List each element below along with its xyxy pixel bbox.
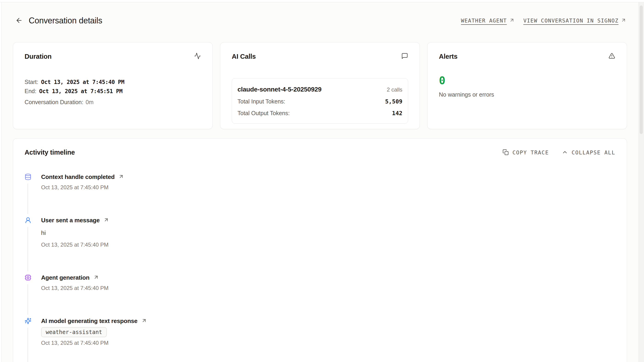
timeline-event-ai-text-response: AI model generating text response weathe… bbox=[24, 318, 615, 346]
conversation-details-page: Conversation details WEATHER AGENT VIEW … bbox=[2, 2, 638, 362]
model-calls-count: 2 calls bbox=[387, 86, 402, 93]
weather-agent-link[interactable]: WEATHER AGENT bbox=[461, 17, 515, 24]
timeline-event-link[interactable]: Agent generation bbox=[41, 274, 615, 281]
timeline-event-link[interactable]: User sent a message bbox=[41, 217, 615, 224]
arrow-left-icon bbox=[16, 17, 23, 25]
sparkles-icon bbox=[24, 318, 32, 324]
end-label: End: bbox=[24, 88, 36, 95]
timeline-connector-line bbox=[28, 227, 28, 271]
alert-triangle-icon bbox=[608, 52, 615, 60]
timeline-event-timestamp: Oct 13, 2025 at 7:45:40 PM bbox=[41, 340, 615, 346]
user-icon bbox=[24, 217, 32, 224]
collapse-all-button[interactable]: COLLAPSE ALL bbox=[562, 149, 615, 156]
timeline-event-timestamp: Oct 13, 2025 at 7:45:40 PM bbox=[41, 242, 615, 248]
activity-pulse-icon bbox=[194, 52, 201, 60]
model-name: claude-sonnet-4-5-20250929 bbox=[238, 86, 322, 93]
page-header: Conversation details WEATHER AGENT VIEW … bbox=[2, 4, 638, 37]
back-button[interactable] bbox=[14, 16, 24, 25]
ai-calls-card: AI Calls claude-sonnet-4-5-20250929 2 ca… bbox=[220, 42, 420, 129]
timeline-connector-line bbox=[28, 183, 28, 214]
timeline-event-link[interactable]: AI model generating text response bbox=[41, 318, 615, 324]
duration-card-title: Duration bbox=[24, 53, 52, 60]
timeline-connector-line bbox=[28, 328, 28, 362]
total-output-tokens-label: Total Output Tokens: bbox=[238, 110, 290, 117]
alerts-count: 0 bbox=[439, 75, 615, 86]
start-label: Start: bbox=[24, 79, 38, 85]
vertical-scrollbar[interactable] bbox=[638, 2, 644, 362]
timeline-event-title: AI model generating text response bbox=[41, 318, 138, 325]
agent-name-badge: weather-assistant bbox=[41, 327, 107, 337]
message-square-icon bbox=[401, 52, 408, 60]
conversation-duration-label: Conversation Duration: bbox=[24, 99, 83, 106]
header-links: WEATHER AGENT VIEW CONVERSATION IN SIGNO… bbox=[461, 17, 626, 24]
alerts-card-title: Alerts bbox=[439, 53, 458, 60]
end-value: Oct 13, 2025 at 7:45:51 PM bbox=[39, 88, 122, 95]
alerts-card: Alerts 0 No warnings or errors bbox=[427, 42, 627, 129]
total-output-tokens-value: 142 bbox=[392, 110, 402, 117]
collapse-all-label: COLLAPSE ALL bbox=[572, 150, 615, 156]
timeline-events: Context handle completed Oct 13, 2025 at… bbox=[24, 174, 615, 346]
copy-trace-button[interactable]: COPY TRACE bbox=[502, 149, 549, 156]
timeline-event-title: User sent a message bbox=[41, 217, 100, 224]
activity-timeline-card: Activity timeline COPY TRACE COLLAPSE AL… bbox=[13, 138, 627, 362]
timeline-event-context-handle: Context handle completed Oct 13, 2025 at… bbox=[24, 174, 615, 191]
timeline-event-link[interactable]: Context handle completed bbox=[41, 174, 615, 180]
timeline-connector-line bbox=[28, 284, 28, 315]
arrow-up-right-icon bbox=[621, 17, 626, 24]
total-input-tokens-label: Total Input Tokens: bbox=[238, 98, 285, 105]
timeline-event-timestamp: Oct 13, 2025 at 7:45:40 PM bbox=[41, 184, 615, 191]
weather-agent-link-label: WEATHER AGENT bbox=[461, 18, 507, 24]
window-top-band bbox=[0, 0, 644, 2]
copy-trace-label: COPY TRACE bbox=[512, 150, 549, 156]
duration-card: Duration Start: Oct 13, 2025 at 7:45:40 … bbox=[13, 42, 213, 129]
timeline-event-agent-generation: Agent generation Oct 13, 2025 at 7:45:40… bbox=[24, 274, 615, 291]
arrow-up-right-icon bbox=[141, 318, 147, 324]
arrow-up-right-icon bbox=[118, 174, 124, 180]
ai-calls-card-title: AI Calls bbox=[232, 53, 256, 60]
start-value: Oct 13, 2025 at 7:45:40 PM bbox=[41, 79, 124, 85]
cpu-icon bbox=[24, 274, 32, 281]
timeline-event-badge-wrap: weather-assistant bbox=[41, 324, 615, 337]
timeline-event-title: Agent generation bbox=[41, 274, 90, 281]
timeline-event-timestamp: Oct 13, 2025 at 7:45:40 PM bbox=[41, 285, 615, 291]
chevron-up-icon bbox=[562, 149, 568, 156]
view-conversation-link-label: VIEW CONVERSATION IN SIGNOZ bbox=[524, 18, 618, 24]
arrow-up-right-icon bbox=[93, 274, 99, 281]
timeline-event-message: hi bbox=[41, 229, 615, 236]
total-input-tokens-value: 5,509 bbox=[385, 98, 402, 105]
arrow-up-right-icon bbox=[509, 17, 515, 24]
database-icon bbox=[24, 174, 32, 180]
alerts-message: No warnings or errors bbox=[439, 91, 615, 98]
arrow-up-right-icon bbox=[103, 217, 109, 224]
copy-icon bbox=[502, 149, 509, 156]
conversation-duration-value: 0m bbox=[86, 99, 94, 106]
scrollbar-thumb[interactable] bbox=[640, 5, 643, 134]
view-conversation-signoz-link[interactable]: VIEW CONVERSATION IN SIGNOZ bbox=[524, 17, 626, 24]
timeline-event-title: Context handle completed bbox=[41, 174, 114, 181]
page-title: Conversation details bbox=[29, 16, 102, 25]
model-usage-card: claude-sonnet-4-5-20250929 2 calls Total… bbox=[232, 78, 408, 124]
timeline-event-user-message: User sent a message hi Oct 13, 2025 at 7… bbox=[24, 217, 615, 248]
summary-cards-row: Duration Start: Oct 13, 2025 at 7:45:40 … bbox=[2, 42, 638, 129]
activity-timeline-title: Activity timeline bbox=[24, 149, 75, 156]
